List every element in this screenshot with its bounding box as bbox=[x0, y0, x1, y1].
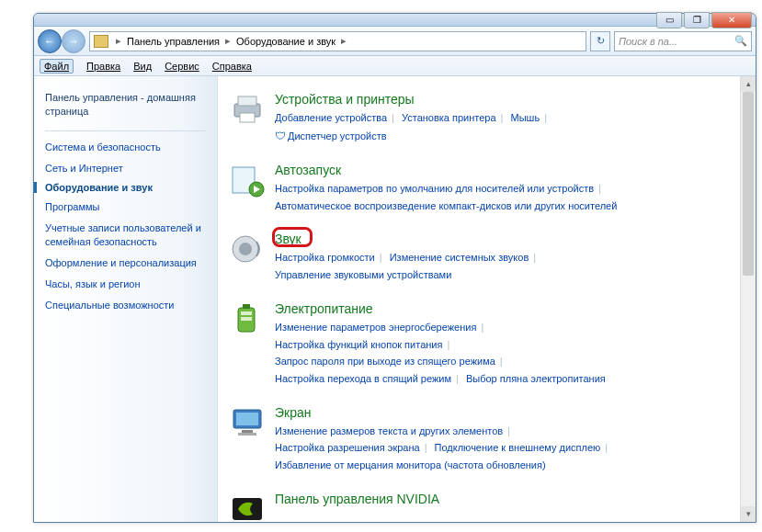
close-button[interactable]: ✕ bbox=[711, 12, 752, 28]
svg-rect-13 bbox=[236, 413, 258, 425]
folder-icon bbox=[94, 35, 108, 48]
category-title-autoplay[interactable]: Автозапуск bbox=[275, 163, 341, 177]
category-body: Автозапуск Настройка параметров по умолч… bbox=[275, 162, 745, 214]
battery-icon bbox=[229, 300, 266, 337]
refresh-button[interactable]: ↻ bbox=[590, 31, 610, 51]
link-default-media[interactable]: Настройка параметров по умолчанию для но… bbox=[275, 183, 594, 194]
link-external-display[interactable]: Подключение к внешнему дисплею bbox=[435, 442, 601, 453]
sidebar-home[interactable]: Панель управления - домашняя страница bbox=[45, 91, 206, 119]
link-mouse[interactable]: Мышь bbox=[511, 112, 540, 123]
menu-edit[interactable]: Правка bbox=[86, 61, 120, 72]
breadcrumb-sep: ▸ bbox=[112, 35, 125, 47]
link-password-wake[interactable]: Запрос пароля при выходе из спящего режи… bbox=[275, 356, 495, 367]
sidebar-item-accessibility[interactable]: Специальные возможности bbox=[45, 299, 206, 312]
sidebar-item-system[interactable]: Система и безопасность bbox=[45, 141, 206, 154]
menu-tools[interactable]: Сервис bbox=[165, 61, 199, 72]
printer-icon bbox=[229, 91, 266, 128]
maximize-button[interactable]: ❐ bbox=[684, 12, 710, 28]
breadcrumb-current[interactable]: Оборудование и звук bbox=[234, 36, 337, 47]
menu-view[interactable]: Вид bbox=[133, 61, 152, 72]
search-placeholder: Поиск в па... bbox=[619, 36, 677, 47]
link-power-saving[interactable]: Изменение параметров энергосбережения bbox=[275, 322, 476, 333]
category-title-nvidia[interactable]: Панель управления NVIDIA bbox=[275, 492, 439, 506]
category-power: Электропитание Изменение параметров энер… bbox=[229, 300, 745, 388]
link-add-device[interactable]: Добавление устройства bbox=[275, 112, 387, 123]
category-nvidia: Панель управления NVIDIA bbox=[229, 491, 745, 522]
svg-rect-14 bbox=[242, 430, 253, 433]
category-links: Изменение параметров энергосбережения| Н… bbox=[275, 319, 745, 388]
sidebar-item-appearance[interactable]: Оформление и персонализация bbox=[45, 256, 206, 270]
breadcrumb-root[interactable]: Панель управления bbox=[125, 36, 222, 47]
link-audio-devices[interactable]: Управление звуковыми устройствами bbox=[275, 269, 451, 280]
nav-buttons: ← → bbox=[38, 29, 85, 53]
back-button[interactable]: ← bbox=[38, 29, 62, 53]
category-body: Устройства и принтеры Добавление устройс… bbox=[275, 91, 745, 145]
breadcrumb-sep: ▸ bbox=[222, 35, 234, 47]
link-refresh-rate[interactable]: Избавление от мерцания монитора (частота… bbox=[275, 459, 546, 470]
link-power-buttons[interactable]: Настройка функций кнопок питания bbox=[275, 339, 442, 350]
scroll-up-button[interactable]: ▴ bbox=[741, 76, 756, 92]
category-title-sound[interactable]: Звук bbox=[275, 232, 301, 246]
sidebar-item-programs[interactable]: Программы bbox=[45, 200, 206, 214]
link-auto-cd[interactable]: Автоматическое воспроизведение компакт-д… bbox=[275, 200, 617, 211]
category-title-devices[interactable]: Устройства и принтеры bbox=[275, 92, 415, 107]
link-resolution[interactable]: Настройка разрешения экрана bbox=[275, 442, 420, 453]
scrollbar[interactable]: ▴ ▾ bbox=[740, 76, 756, 522]
explorer-window: ▭ ❐ ✕ ← → ▸ Панель управления ▸ Оборудов… bbox=[33, 13, 756, 523]
shield-icon: 🛡 bbox=[275, 130, 286, 142]
search-input[interactable]: Поиск в па... 🔍 bbox=[614, 31, 752, 51]
sidebar-item-network[interactable]: Сеть и Интернет bbox=[45, 162, 206, 175]
category-devices: Устройства и принтеры Добавление устройс… bbox=[229, 91, 745, 145]
category-title-power[interactable]: Электропитание bbox=[275, 301, 373, 316]
sidebar-item-accounts[interactable]: Учетные записи пользователей и семейная … bbox=[45, 221, 206, 249]
svg-rect-11 bbox=[241, 317, 252, 321]
address-bar: ← → ▸ Панель управления ▸ Оборудование и… bbox=[34, 27, 756, 56]
menu-file[interactable]: Файл bbox=[40, 59, 74, 74]
nvidia-icon bbox=[229, 491, 266, 522]
scroll-thumb[interactable] bbox=[743, 92, 754, 276]
link-power-plan[interactable]: Выбор пляна электропитания bbox=[466, 373, 606, 384]
svg-rect-15 bbox=[238, 433, 256, 436]
link-install-printer[interactable]: Установка принтера bbox=[402, 112, 496, 123]
link-system-sounds[interactable]: Изменение системных звуков bbox=[390, 252, 529, 263]
category-links: Добавление устройства| Установка принтер… bbox=[275, 109, 745, 145]
category-body: Панель управления NVIDIA bbox=[275, 491, 745, 522]
sidebar: Панель управления - домашняя страница Си… bbox=[34, 76, 218, 522]
scroll-down-button[interactable]: ▾ bbox=[741, 506, 756, 522]
link-sleep[interactable]: Настройка перехода в спящий режим bbox=[275, 373, 451, 384]
menu-bar: Файл Правка Вид Сервис Справка bbox=[34, 56, 756, 76]
sidebar-item-hardware-current[interactable]: Оборудование и звук bbox=[45, 182, 206, 193]
titlebar: ▭ ❐ ✕ bbox=[34, 14, 756, 27]
monitor-icon bbox=[229, 404, 266, 441]
category-display: Экран Изменение размеров текста и других… bbox=[229, 404, 745, 474]
category-autoplay: Автозапуск Настройка параметров по умолч… bbox=[229, 162, 745, 214]
breadcrumb-sep: ▸ bbox=[337, 35, 350, 47]
sidebar-item-clock[interactable]: Часы, язык и регион bbox=[45, 277, 206, 291]
menu-help[interactable]: Справка bbox=[212, 61, 252, 72]
svg-rect-1 bbox=[238, 96, 256, 106]
category-body: Электропитание Изменение параметров энер… bbox=[275, 300, 745, 388]
breadcrumb[interactable]: ▸ Панель управления ▸ Оборудование и зву… bbox=[89, 31, 586, 51]
window-controls: ▭ ❐ ✕ bbox=[656, 12, 752, 28]
link-device-manager[interactable]: Диспетчер устройств bbox=[288, 130, 387, 141]
divider bbox=[45, 130, 206, 131]
link-volume[interactable]: Настройка громкости bbox=[275, 252, 375, 263]
minimize-button[interactable]: ▭ bbox=[656, 12, 682, 28]
category-body: Экран Изменение размеров текста и других… bbox=[275, 404, 745, 474]
svg-point-7 bbox=[239, 243, 252, 255]
search-icon[interactable]: 🔍 bbox=[734, 35, 747, 47]
forward-button[interactable]: → bbox=[62, 29, 85, 53]
window-body: Панель управления - домашняя страница Си… bbox=[34, 76, 756, 522]
disc-icon bbox=[229, 162, 266, 198]
content-pane: Устройства и принтеры Добавление устройс… bbox=[218, 76, 756, 522]
svg-rect-2 bbox=[240, 113, 255, 122]
category-body: Звук Настройка громкости| Изменение сист… bbox=[275, 231, 745, 283]
category-sound: Звук Настройка громкости| Изменение сист… bbox=[229, 231, 745, 283]
category-links: Настройка параметров по умолчанию для но… bbox=[275, 180, 745, 214]
category-links: Изменение размеров текста и других элеме… bbox=[275, 423, 745, 474]
link-text-size[interactable]: Изменение размеров текста и других элеме… bbox=[275, 425, 503, 436]
svg-rect-9 bbox=[243, 304, 250, 309]
category-title-display[interactable]: Экран bbox=[275, 405, 312, 420]
svg-rect-10 bbox=[241, 311, 252, 315]
category-links: Настройка громкости| Изменение системных… bbox=[275, 249, 745, 283]
